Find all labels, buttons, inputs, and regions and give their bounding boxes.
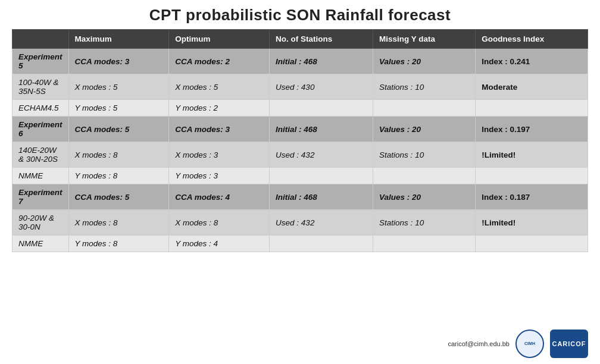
table-cell: Experiment 5 — [12, 49, 69, 74]
table-cell: Y modes : 8 — [68, 168, 169, 184]
table-header-row: MaximumOptimumNo. of StationsMissing Y d… — [12, 30, 588, 49]
table-row: 90-20W & 30-0NX modes : 8X modes : 8Used… — [12, 210, 588, 236]
table-cell: Y modes : 4 — [169, 236, 270, 252]
table-header-3: No. of Stations — [270, 30, 373, 49]
table-cell: 100-40W & 35N-5S — [12, 74, 69, 100]
table-row: ECHAM4.5Y modes : 5Y modes : 2 — [12, 100, 588, 117]
table-cell: CCA modes: 5 — [68, 184, 169, 210]
table-cell: NMME — [12, 168, 69, 184]
table-row: 100-40W & 35N-5SX modes : 5X modes : 5Us… — [12, 74, 588, 100]
table-cell: Used : 432 — [270, 142, 373, 168]
cimh-logo: CIMH — [515, 330, 544, 358]
table-row: NMMEY modes : 8Y modes : 4 — [12, 236, 588, 252]
table-cell: Index : 0.187 — [476, 184, 588, 210]
table-cell: X modes : 3 — [169, 142, 270, 168]
table-cell: Y modes : 3 — [169, 168, 270, 184]
table-cell: Y modes : 2 — [169, 100, 270, 117]
table-cell: X modes : 8 — [68, 142, 169, 168]
table-container: MaximumOptimumNo. of StationsMissing Y d… — [12, 29, 588, 326]
table-cell: Moderate — [476, 74, 588, 100]
table-cell — [270, 168, 373, 184]
footer-email: caricof@cimh.edu.bb — [448, 340, 510, 347]
table-cell: CCA modes: 4 — [169, 184, 270, 210]
table-cell: 140E-20W & 30N-20S — [12, 142, 69, 168]
table-cell: !Limited! — [476, 210, 588, 236]
table-row: Experiment 5CCA modes: 3CCA modes: 2Init… — [12, 49, 588, 74]
table-row: 140E-20W & 30N-20SX modes : 8X modes : 3… — [12, 142, 588, 168]
table-cell: !Limited! — [476, 142, 588, 168]
table-cell: Index : 0.241 — [476, 49, 588, 74]
table-cell: CCA modes: 2 — [169, 49, 270, 74]
data-table: MaximumOptimumNo. of StationsMissing Y d… — [12, 29, 588, 252]
table-cell — [270, 100, 373, 117]
table-cell: CCA modes: 3 — [169, 117, 270, 142]
table-cell: X modes : 5 — [169, 74, 270, 100]
table-cell: CCA modes: 5 — [68, 117, 169, 142]
table-header-5: Goodness Index — [476, 30, 588, 49]
table-cell — [476, 168, 588, 184]
table-cell: ECHAM4.5 — [12, 100, 69, 117]
table-cell: Stations : 10 — [373, 210, 476, 236]
table-cell: Stations : 10 — [373, 74, 476, 100]
caricof-logo: CARICOF — [550, 330, 588, 358]
table-cell: NMME — [12, 236, 69, 252]
table-cell: Experiment 7 — [12, 184, 69, 210]
table-row: Experiment 7CCA modes: 5CCA modes: 4Init… — [12, 184, 588, 210]
table-header-1: Maximum — [68, 30, 169, 49]
table-cell: Initial : 468 — [270, 49, 373, 74]
table-row: Experiment 6CCA modes: 5CCA modes: 3Init… — [12, 117, 588, 142]
table-cell — [373, 100, 476, 117]
table-cell: Y modes : 8 — [68, 236, 169, 252]
table-cell: X modes : 8 — [68, 210, 169, 236]
table-header-2: Optimum — [169, 30, 270, 49]
table-cell — [373, 168, 476, 184]
table-cell — [476, 236, 588, 252]
table-cell: X modes : 5 — [68, 74, 169, 100]
footer-area: caricof@cimh.edu.bb CIMH CARICOF — [12, 326, 588, 358]
table-cell: Experiment 6 — [12, 117, 69, 142]
table-cell: Used : 430 — [270, 74, 373, 100]
table-cell: Values : 20 — [373, 184, 476, 210]
table-cell: CCA modes: 3 — [68, 49, 169, 74]
table-header-0 — [12, 30, 69, 49]
page-title: CPT probabilistic SON Rainfall forecast — [149, 6, 451, 24]
table-cell — [270, 236, 373, 252]
table-cell — [373, 236, 476, 252]
table-cell: 90-20W & 30-0N — [12, 210, 69, 236]
table-cell: Values : 20 — [373, 49, 476, 74]
table-cell: Index : 0.197 — [476, 117, 588, 142]
table-cell: Initial : 468 — [270, 117, 373, 142]
table-cell: Stations : 10 — [373, 142, 476, 168]
table-cell: Initial : 468 — [270, 184, 373, 210]
table-cell: Used : 432 — [270, 210, 373, 236]
table-cell: Values : 20 — [373, 117, 476, 142]
table-header-4: Missing Y data — [373, 30, 476, 49]
page-wrapper: CPT probabilistic SON Rainfall forecast … — [0, 0, 600, 364]
table-row: NMMEY modes : 8Y modes : 3 — [12, 168, 588, 184]
table-cell — [476, 100, 588, 117]
table-cell: X modes : 8 — [169, 210, 270, 236]
table-cell: Y modes : 5 — [68, 100, 169, 117]
